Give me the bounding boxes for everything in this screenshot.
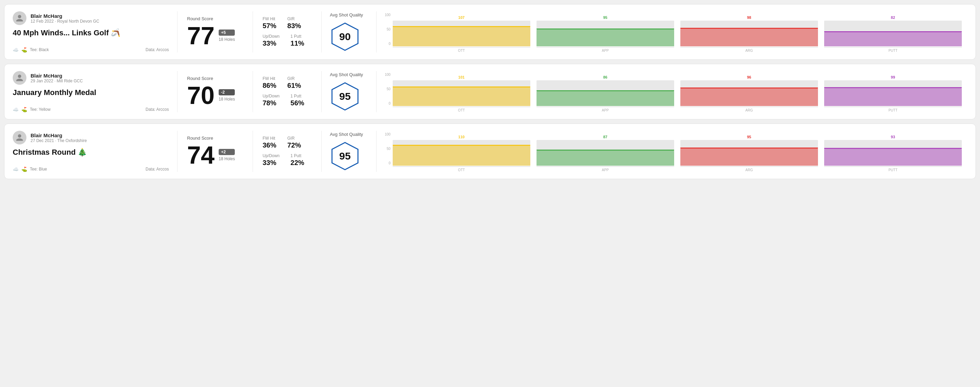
score-detail-3: +2 18 Holes xyxy=(219,149,235,161)
updown-stat-1: Up/Down 33% xyxy=(262,34,279,48)
bar-label-arg: ARG xyxy=(746,168,753,172)
fw-hit-stat-2: FW Hit 86% xyxy=(262,76,276,90)
bar-value-ott: 101 xyxy=(458,75,465,79)
oneputt-stat-1: 1 Putt 11% xyxy=(290,34,304,48)
round-card-3: Blair McHarg 27 Dec 2021 · The Oxfordshi… xyxy=(4,124,976,179)
bar-value-ott: 110 xyxy=(458,135,465,139)
bar-group-arg: 98 ARG xyxy=(680,16,818,52)
bar-label-arg: ARG xyxy=(746,49,753,52)
score-badge-1: +5 xyxy=(219,30,235,36)
bar-group-putt: 93 PUTT xyxy=(824,135,962,172)
card-footer-1: ☁️ ⛳ Tee: Black Data: Arccos xyxy=(13,47,169,52)
person-icon xyxy=(16,133,24,142)
chart-container-2: 100 50 0 101 OTT 86 xyxy=(385,71,962,112)
quality-label-3: Avg Shot Quality xyxy=(330,132,363,137)
chart-bars-3: 110 OTT 87 APP 95 xyxy=(393,131,962,172)
bar-group-ott: 110 OTT xyxy=(393,135,530,172)
hexagon-3: 95 xyxy=(330,141,360,171)
y-label-0-3: 0 xyxy=(388,161,391,165)
cloud-icon: ☁️ xyxy=(13,167,19,172)
data-source-2: Data: Arccos xyxy=(146,107,169,112)
player-name-2: Blair McHarg xyxy=(30,73,83,79)
round-card-2: Blair McHarg 29 Jan 2022 · Mill Ride GCC… xyxy=(4,64,976,119)
bar-value-arg: 96 xyxy=(747,75,751,79)
bar-fill-putt xyxy=(824,32,962,46)
bar-label-app: APP xyxy=(602,49,609,52)
player-name-1: Blair McHarg xyxy=(30,13,99,19)
bar-group-putt: 82 PUTT xyxy=(824,16,962,52)
bar-value-putt: 82 xyxy=(891,16,895,19)
y-label-50-2: 50 xyxy=(387,87,391,91)
bar-value-putt: 99 xyxy=(891,75,895,79)
y-label-0-2: 0 xyxy=(388,102,391,105)
gir-label-1: GIR xyxy=(287,16,301,21)
score-badge-3: +2 xyxy=(219,149,235,155)
hexagon-container-2: 95 xyxy=(330,81,360,111)
hexagon-2: 95 xyxy=(330,81,360,111)
bar-value-arg: 95 xyxy=(747,135,751,139)
stats-row-bottom-3: Up/Down 33% 1 Putt 22% xyxy=(262,153,312,167)
player-meta-2: 29 Jan 2022 · Mill Ride GCC xyxy=(30,79,83,83)
quality-label-1: Avg Shot Quality xyxy=(330,12,363,17)
bar-marker-app xyxy=(536,90,674,91)
card-stats-1: FW Hit 57% GIR 83% Up/Down 33% 1 Putt 11… xyxy=(253,11,321,52)
card-quality-3: Avg Shot Quality 95 xyxy=(321,131,377,172)
player-info-1: Blair McHarg 12 Feb 2022 · Royal North D… xyxy=(30,13,99,24)
card-left-3: Blair McHarg 27 Dec 2021 · The Oxfordshi… xyxy=(13,131,177,172)
tee-label-1: Tee: Black xyxy=(30,48,49,52)
updown-label-3: Up/Down xyxy=(262,153,279,158)
hexagon-value-2: 95 xyxy=(339,90,350,102)
oneputt-label-2: 1 Putt xyxy=(290,94,304,98)
chart-container-3: 100 50 0 110 OTT 87 xyxy=(385,131,962,172)
round-title-1: 40 Mph Winds... Links Golf 🪃 xyxy=(13,29,169,37)
player-header-3: Blair McHarg 27 Dec 2021 · The Oxfordshi… xyxy=(13,131,169,144)
gir-label-2: GIR xyxy=(287,76,301,81)
gir-value-1: 83% xyxy=(287,22,301,30)
bar-fill-putt xyxy=(824,88,962,106)
bar-group-app: 86 APP xyxy=(536,75,674,112)
fw-hit-value-1: 57% xyxy=(262,22,276,30)
round-score-label-1: Round Score xyxy=(187,16,243,21)
bar-value-app: 86 xyxy=(603,75,607,79)
bar-marker-putt xyxy=(824,87,962,88)
score-detail-1: +5 18 Holes xyxy=(219,30,235,42)
bar-fill-arg xyxy=(680,29,818,46)
player-info-2: Blair McHarg 29 Jan 2022 · Mill Ride GCC xyxy=(30,73,83,83)
fw-hit-label-1: FW Hit xyxy=(262,16,276,21)
person-icon xyxy=(16,74,24,82)
card-footer-3: ☁️ ⛳ Tee: Blue Data: Arccos xyxy=(13,167,169,172)
bar-group-arg: 96 ARG xyxy=(680,75,818,112)
round-score-label-3: Round Score xyxy=(187,135,243,141)
bar-value-app: 95 xyxy=(603,16,607,19)
card-score-1: Round Score 77 +5 18 Holes xyxy=(177,11,253,52)
score-row-3: 74 +2 18 Holes xyxy=(187,143,243,167)
data-source-1: Data: Arccos xyxy=(146,48,169,52)
bar-marker-arg xyxy=(680,148,818,149)
bar-label-putt: PUTT xyxy=(888,49,897,52)
hexagon-value-1: 90 xyxy=(339,31,350,43)
card-chart-3: 100 50 0 110 OTT 87 xyxy=(377,131,967,172)
cloud-icon: ☁️ xyxy=(13,47,19,52)
bar-fill-ott xyxy=(393,27,530,46)
bar-label-putt: PUTT xyxy=(888,108,897,112)
bar-marker-ott xyxy=(393,26,530,27)
card-left-2: Blair McHarg 29 Jan 2022 · Mill Ride GCC… xyxy=(13,71,177,112)
card-stats-3: FW Hit 36% GIR 72% Up/Down 33% 1 Putt 22… xyxy=(253,131,321,172)
stats-row-top-3: FW Hit 36% GIR 72% xyxy=(262,136,312,149)
tee-label-3: Tee: Blue xyxy=(30,167,47,171)
fw-hit-label-2: FW Hit xyxy=(262,76,276,81)
hexagon-container-1: 90 xyxy=(330,22,360,52)
card-left-1: Blair McHarg 12 Feb 2022 · Royal North D… xyxy=(13,11,177,52)
bar-group-arg: 95 ARG xyxy=(680,135,818,172)
y-label-50-3: 50 xyxy=(387,147,391,151)
chart-bars-2: 101 OTT 86 APP 96 xyxy=(393,71,962,112)
tee-icon-1: ⛳ xyxy=(21,47,27,52)
bar-label-arg: ARG xyxy=(746,108,753,112)
score-detail-2: -2 18 Holes xyxy=(219,89,235,102)
bar-fill-app xyxy=(536,91,674,106)
card-score-3: Round Score 74 +2 18 Holes xyxy=(177,131,253,172)
fw-hit-label-3: FW Hit xyxy=(262,136,276,141)
hexagon-container-3: 95 xyxy=(330,141,360,171)
big-score-2: 70 xyxy=(187,83,215,108)
round-title-3: Christmas Round 🎄 xyxy=(13,148,169,157)
